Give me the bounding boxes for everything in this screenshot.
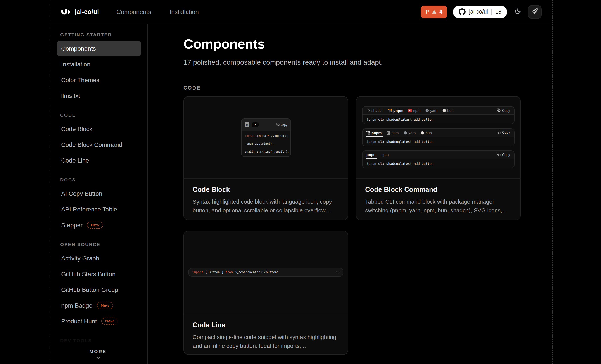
- pnpm-gray-icon: [366, 131, 370, 134]
- sidebar-item-github-button-group[interactable]: GitHub Button Group: [57, 282, 141, 298]
- command-widgets: shadcnpnpmnpmyarnbunCopy$ pnpm dlx shadc…: [356, 97, 520, 178]
- code-token: import: [192, 271, 203, 274]
- sidebar-item-label: GitHub Stars Button: [61, 271, 116, 277]
- code-line-code: import { Button } from "@/components/ui/…: [192, 271, 279, 274]
- tab-label: pnpm: [366, 152, 377, 157]
- new-badge: New: [97, 302, 113, 309]
- card-body: Code Block Command Tabbed CLI command bl…: [356, 179, 520, 215]
- shadcn-icon: [366, 109, 370, 112]
- nav-link-installation[interactable]: Installation: [170, 8, 199, 15]
- sidebar-item-components[interactable]: Components: [57, 41, 141, 56]
- copy-icon: [497, 108, 501, 113]
- sidebar-item-api-reference-table[interactable]: API Reference Table: [57, 202, 141, 217]
- tab-label: bun: [425, 131, 431, 135]
- sidebar-more-button[interactable]: MORE: [49, 349, 147, 362]
- shell-prompt: $: [366, 118, 368, 121]
- copy-label: Copy: [281, 123, 287, 126]
- code-token: schema: [254, 134, 268, 137]
- copy-button[interactable]: Copy: [497, 131, 510, 135]
- code-line-widget: import { Button } from "@/components/ui/…: [188, 268, 343, 277]
- top-nav: jal-co/ui Components Installation P 4 ja…: [49, 0, 552, 24]
- sidebar-item-github-stars-button[interactable]: GitHub Stars Button: [57, 266, 141, 282]
- tab-bun[interactable]: bun: [442, 107, 453, 114]
- code-line: const schema = z.object({: [245, 134, 288, 137]
- card-title: Code Line: [193, 321, 339, 329]
- tab-yarn[interactable]: yarn: [403, 129, 416, 137]
- sidebar-item-label: llms.txt: [61, 92, 80, 99]
- copy-button[interactable]: Copy: [277, 123, 287, 126]
- code-line: email: z.string().email(),: [241, 150, 289, 153]
- github-badge-divider: [491, 9, 492, 15]
- product-hunt-count: 4: [439, 9, 442, 15]
- card-description: Compact single-line code snippet with sy…: [193, 333, 339, 350]
- github-star-count: 18: [495, 9, 501, 15]
- command-widget-tabs: pnpmnpmyarnbunCopy: [362, 129, 514, 137]
- tab-pnpm[interactable]: pnpm: [366, 151, 377, 159]
- sidebar-item-label: Code Block Command: [61, 141, 122, 148]
- moon-icon: [514, 8, 521, 16]
- tab-label: yarn: [408, 131, 416, 135]
- card-code-block-command[interactable]: shadcnpnpmnpmyarnbunCopy$ pnpm dlx shadc…: [356, 96, 521, 220]
- sidebar-item-code-block-command[interactable]: Code Block Command: [57, 137, 141, 152]
- command-widget-tabs: pnpmnpmCopy: [362, 151, 514, 159]
- yarn-icon: [425, 109, 429, 112]
- copy-label: Copy: [502, 109, 510, 112]
- command-widget-tabs: shadcnpnpmnpmyarnbunCopy: [362, 107, 514, 115]
- yarn-icon: [403, 131, 407, 134]
- main-content: Components 17 polished, composable compo…: [148, 24, 552, 364]
- sidebar-item-label: Stepper: [61, 222, 82, 229]
- shell-command: pnpm dlx shadcn@latest add button: [368, 162, 433, 166]
- sidebar-item-code-line[interactable]: Code Line: [57, 152, 141, 168]
- shell-prompt: $: [366, 162, 368, 166]
- pnpm-color-icon: [388, 109, 392, 112]
- sidebar-section: OPEN SOURCEActivity GraphGitHub Stars Bu…: [60, 242, 141, 329]
- code-block-preview: TS TS Copy const schema = z.object({ nam…: [184, 97, 348, 179]
- bun-icon: [442, 109, 446, 112]
- sidebar-item-npm-badge[interactable]: npm BadgeNew: [57, 298, 141, 313]
- sidebar-item-llms-txt[interactable]: llms.txt: [57, 88, 141, 103]
- card-code-line[interactable]: import { Button } from "@/components/ui/…: [183, 231, 348, 355]
- product-hunt-badge[interactable]: P 4: [421, 5, 447, 18]
- command-widget: pnpmnpmCopy$ pnpm dlx shadcn@latest add …: [362, 150, 514, 168]
- style-picker-button[interactable]: [528, 5, 541, 19]
- copy-button[interactable]: Copy: [497, 108, 510, 113]
- sidebar-item-stepper[interactable]: StepperNew: [57, 217, 141, 233]
- sidebar-section: CODECode BlockCode Block CommandCode Lin…: [60, 112, 141, 168]
- theme-toggle-button[interactable]: [513, 7, 522, 17]
- code-token: "@/components/ui/button": [233, 271, 279, 274]
- github-stars-badge[interactable]: jal-co/ui 18: [453, 5, 507, 18]
- sidebar-item-label: npm Badge: [61, 302, 92, 309]
- card-title: Code Block: [193, 186, 339, 193]
- sidebar-section-title: OPEN SOURCE: [60, 242, 141, 248]
- sidebar-item-label: Color Themes: [61, 76, 99, 83]
- brand[interactable]: jal-co/ui: [61, 8, 99, 16]
- tab-label: yarn: [430, 108, 437, 113]
- nav-link-components[interactable]: Components: [116, 8, 151, 15]
- tab-npm[interactable]: npm: [408, 107, 421, 114]
- tab-yarn[interactable]: yarn: [425, 107, 437, 114]
- sidebar-item-label: AI Copy Button: [61, 190, 102, 197]
- tab-label: npm: [413, 108, 421, 113]
- copy-button[interactable]: [336, 268, 339, 276]
- sidebar-item-ai-copy-button[interactable]: AI Copy Button: [57, 186, 141, 202]
- page-title: Components: [183, 36, 552, 52]
- card-code-block[interactable]: TS TS Copy const schema = z.object({ nam…: [183, 96, 348, 220]
- sidebar-item-code-block[interactable]: Code Block: [57, 121, 141, 137]
- typescript-icon: TS: [244, 122, 249, 127]
- sidebar-item-color-themes[interactable]: Color Themes: [57, 72, 141, 88]
- tab-pnpm[interactable]: pnpm: [366, 129, 381, 137]
- tab-pnpm[interactable]: pnpm: [388, 107, 403, 114]
- tab-npm[interactable]: npm: [381, 151, 389, 159]
- sidebar-item-activity-graph[interactable]: Activity Graph: [57, 250, 141, 266]
- tab-label: npm: [391, 131, 399, 135]
- tab-npm[interactable]: npm: [386, 129, 399, 137]
- sidebar-item-installation[interactable]: Installation: [57, 56, 141, 72]
- tab-bun[interactable]: bun: [421, 129, 431, 137]
- tab-shadcn[interactable]: shadcn: [366, 107, 383, 114]
- code-token: z.object({: [269, 134, 288, 137]
- code-section-label: CODE: [183, 85, 552, 91]
- sidebar-section: GETTING STARTEDComponentsInstallationCol…: [60, 32, 141, 103]
- bun-icon: [421, 131, 424, 134]
- sidebar-item-label: Code Line: [61, 157, 89, 164]
- copy-button[interactable]: Copy: [497, 152, 510, 157]
